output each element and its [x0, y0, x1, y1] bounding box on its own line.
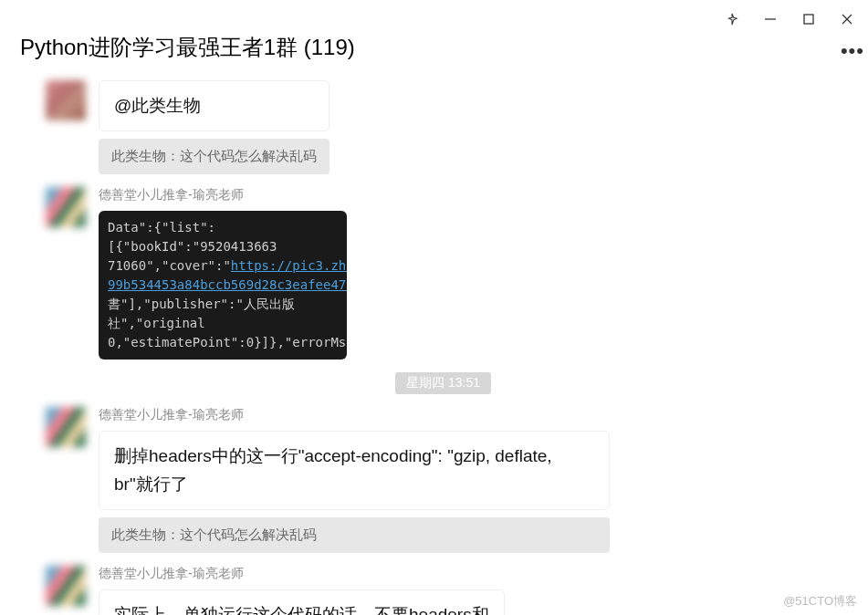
- sender-name: 德善堂小儿推拿-瑜亮老师: [99, 187, 347, 203]
- sender-name: 德善堂小儿推拿-瑜亮老师: [99, 407, 610, 423]
- time-divider: 星期四 13:51: [46, 372, 841, 394]
- pin-icon[interactable]: [724, 11, 740, 27]
- svg-rect-1: [804, 15, 813, 24]
- avatar[interactable]: [46, 407, 86, 447]
- chat-body: @此类生物 此类生物：这个代码怎么解决乱码 德善堂小儿推拿-瑜亮老师 Data"…: [0, 75, 868, 615]
- message-bubble[interactable]: 删掉headers中的这一行"accept-encoding": "gzip, …: [99, 431, 610, 510]
- chat-title: Python进阶学习最强王者1群 (119): [0, 27, 355, 75]
- sender-name: 德善堂小儿推拿-瑜亮老师: [99, 566, 505, 582]
- avatar[interactable]: [46, 566, 86, 606]
- quoted-message[interactable]: 此类生物：这个代码怎么解决乱码: [99, 517, 610, 553]
- minimize-button[interactable]: [762, 11, 779, 27]
- code-snippet-image[interactable]: Data":{"list":[{"bookId":"9520413663 710…: [99, 211, 347, 360]
- avatar[interactable]: [46, 80, 86, 120]
- message-bubble[interactable]: 实际上，单独运行这个代码的话，不要headers和: [99, 589, 505, 615]
- avatar[interactable]: [46, 187, 86, 227]
- more-icon[interactable]: •••: [841, 39, 868, 63]
- close-button[interactable]: [839, 11, 855, 27]
- timestamp: 星期四 13:51: [395, 372, 491, 394]
- quoted-message[interactable]: 此类生物：这个代码怎么解决乱码: [99, 139, 329, 174]
- maximize-button[interactable]: [800, 11, 817, 27]
- watermark: @51CTO博客: [783, 593, 857, 610]
- message-bubble[interactable]: @此类生物: [99, 80, 329, 131]
